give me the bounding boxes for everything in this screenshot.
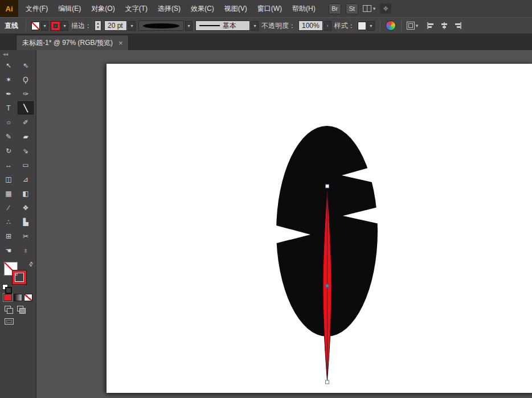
perspective-grid-tool[interactable]: ⊿ xyxy=(18,173,34,186)
collapse-tools-icon[interactable]: ◂◂ xyxy=(0,50,36,58)
document-tab[interactable]: 未标题-1* @ 97% (RGB/预览) × xyxy=(16,35,129,50)
menu-edit[interactable]: 编辑(E) xyxy=(53,0,86,17)
line-segment-tool[interactable]: ╲ xyxy=(18,101,34,114)
pen-tool[interactable]: ✒ xyxy=(1,87,17,100)
magic-wand-tool[interactable]: ✶ xyxy=(1,73,17,86)
width-tool[interactable]: ↔ xyxy=(1,158,17,171)
paintbrush-tool[interactable]: ✐ xyxy=(18,116,34,129)
pencil-tool[interactable]: ✎ xyxy=(1,130,17,143)
document-title: 未标题-1* @ 97% (RGB/预览) xyxy=(22,38,113,48)
menu-object[interactable]: 对象(O) xyxy=(86,0,120,17)
menu-type[interactable]: 文字(T) xyxy=(120,0,153,17)
artboard[interactable] xyxy=(107,64,532,393)
none-button[interactable] xyxy=(24,294,32,301)
bridge-button[interactable]: Br xyxy=(329,3,341,14)
menu-file[interactable]: 文件(F) xyxy=(21,0,53,17)
stroke-weight-chevron-icon[interactable]: ▾ xyxy=(128,21,136,31)
slice-tool[interactable]: ✂ xyxy=(18,229,34,243)
direct-selection-tool[interactable]: ⇖ xyxy=(18,59,34,72)
scale-tool[interactable]: ⇘ xyxy=(18,144,34,157)
rotate-tool[interactable]: ↻ xyxy=(1,144,17,157)
shape-builder-tool[interactable]: ◫ xyxy=(1,173,17,186)
menu-bar: Ai 文件(F)编辑(E)对象(O)文字(T)选择(S)效果(C)视图(V)窗口… xyxy=(0,0,532,17)
blend-tool-icon: ❖ xyxy=(23,204,29,212)
basic-brush-icon xyxy=(199,25,220,26)
style-chevron-icon[interactable]: ▾ xyxy=(367,21,375,31)
anchor-midpoint[interactable] xyxy=(326,284,329,288)
fill-stroke-indicator: ⇄ xyxy=(0,261,36,292)
menu-window[interactable]: 窗口(W) xyxy=(252,0,287,17)
arrange-documents-button[interactable]: ▾ xyxy=(363,5,376,12)
free-transform-tool[interactable]: ▭ xyxy=(18,158,34,171)
stroke-weight-stepper[interactable]: ▲▼ xyxy=(95,20,101,31)
style-label: 样式： xyxy=(334,21,355,31)
control-bar: 直线 ▾ ▾ 描边： ▲▼ 20 pt ▾ ▾ 基本 ▾ 不透明度： 100% … xyxy=(0,17,532,34)
brush-chevron-icon[interactable]: ▾ xyxy=(251,21,259,31)
color-button[interactable] xyxy=(3,294,12,301)
pencil-tool-icon: ✎ xyxy=(6,133,11,141)
stock-button[interactable]: St xyxy=(346,3,358,14)
eyedropper-tool-icon: ∕ xyxy=(8,204,9,212)
type-tool-icon: T xyxy=(6,104,10,112)
artboard-tool-icon: ⊞ xyxy=(6,232,11,240)
recolor-artwork-button[interactable] xyxy=(386,20,396,31)
screen-mode-button[interactable] xyxy=(5,318,14,325)
opacity-flyout-icon[interactable]: › xyxy=(324,21,332,31)
stroke-chevron-icon[interactable]: ▾ xyxy=(61,21,68,31)
hand-tool[interactable]: ☚ xyxy=(1,244,17,257)
drawing-mode-buttons xyxy=(0,301,36,313)
menu-help[interactable]: 帮助(H) xyxy=(287,0,321,17)
chevron-down-icon: ▾ xyxy=(373,6,376,11)
width-profile-chevron-icon[interactable]: ▾ xyxy=(185,21,193,31)
eyedropper-tool[interactable]: ∕ xyxy=(1,201,17,214)
shape-builder-tool-icon: ◫ xyxy=(5,175,11,183)
symbol-sprayer-tool[interactable]: ∴ xyxy=(1,215,17,228)
close-tab-icon[interactable]: × xyxy=(118,39,123,47)
menu-view[interactable]: 视图(V) xyxy=(219,0,252,17)
style-swatch[interactable] xyxy=(358,22,366,30)
mesh-tool[interactable]: ▦ xyxy=(1,187,17,200)
fill-color-control[interactable] xyxy=(31,22,40,30)
perspective-grid-tool-icon: ⊿ xyxy=(23,175,28,183)
draw-normal-icon[interactable] xyxy=(5,306,13,313)
swap-fill-stroke-icon[interactable]: ⇄ xyxy=(27,260,35,268)
artwork-svg xyxy=(107,64,532,393)
align-left-button[interactable] xyxy=(425,20,436,31)
lasso-tool[interactable]: Ϙ xyxy=(18,73,34,86)
artboard-tool[interactable]: ⊞ xyxy=(1,229,17,243)
canvas-pasteboard[interactable] xyxy=(36,50,532,398)
stroke-swatch[interactable] xyxy=(13,270,26,284)
slice-tool-icon: ✂ xyxy=(23,232,28,240)
selection-tool[interactable]: ↖ xyxy=(1,59,17,72)
column-graph-tool[interactable]: ▙ xyxy=(18,215,34,228)
magic-wand-tool-icon: ✶ xyxy=(6,76,11,84)
stepper-up-icon[interactable]: ▲ xyxy=(96,22,100,26)
anchor-bottom[interactable] xyxy=(326,380,329,384)
gradient-tool[interactable]: ◧ xyxy=(18,187,34,200)
brush-definition-dropdown[interactable]: 基本 xyxy=(195,20,250,31)
blend-tool[interactable]: ❖ xyxy=(18,201,34,214)
isolate-selected-button[interactable]: ▾ xyxy=(407,22,419,30)
ellipse-tool[interactable]: ○ xyxy=(1,116,17,129)
menu-select[interactable]: 选择(S) xyxy=(153,0,186,17)
gradient-button[interactable] xyxy=(14,294,22,301)
align-center-button[interactable] xyxy=(439,20,449,31)
default-fill-stroke-icon[interactable] xyxy=(2,284,11,292)
width-profile-dropdown[interactable] xyxy=(138,20,184,31)
ellipse-tool-icon: ○ xyxy=(6,118,10,126)
stroke-color-control[interactable] xyxy=(51,22,60,30)
align-right-button[interactable] xyxy=(453,20,463,31)
stroke-weight-field[interactable]: 20 pt xyxy=(104,20,127,31)
type-tool[interactable]: T xyxy=(1,101,17,114)
opacity-field[interactable]: 100% xyxy=(298,20,323,31)
fill-chevron-icon[interactable]: ▾ xyxy=(41,21,48,31)
stepper-down-icon[interactable]: ▼ xyxy=(96,26,100,30)
draw-behind-icon[interactable] xyxy=(17,306,25,313)
scale-tool-icon: ⇘ xyxy=(23,147,28,155)
eraser-tool[interactable]: ▰ xyxy=(18,130,34,143)
anchor-top[interactable] xyxy=(326,184,329,188)
zoom-tool[interactable]: ♁ xyxy=(18,244,34,257)
workspace-switcher-icon[interactable]: ❖ xyxy=(380,3,391,14)
menu-effect[interactable]: 效果(C) xyxy=(186,0,219,17)
curvature-tool[interactable]: ✑ xyxy=(18,87,34,100)
